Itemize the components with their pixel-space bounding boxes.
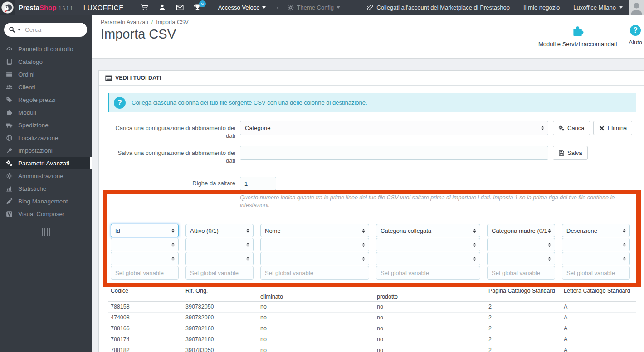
mapping-select-col5-row2[interactable] — [487, 238, 555, 251]
table-cell: 788158 — [111, 302, 185, 312]
table-row: 788166390782160nono2A — [108, 323, 636, 334]
save-config-row: Salva una configurazione di abbinamento … — [108, 146, 636, 164]
sidebar-item-parametri-avanzati[interactable]: Parametri Avanzati — [0, 157, 92, 169]
load-config-select[interactable]: Categorie — [240, 121, 548, 135]
sidebar-item-regole-prezzi[interactable]: Regole prezzi — [0, 93, 92, 106]
employee-dropdown[interactable]: Luxoffice Milano — [573, 4, 623, 11]
theme-config-dropdown[interactable]: Theme Config — [288, 4, 340, 11]
quick-access-dropdown[interactable]: Accesso Veloce — [218, 4, 266, 11]
mapping-select-col1-row1[interactable]: Id — [111, 224, 179, 237]
table-cell: A — [564, 345, 636, 352]
mapping-select-value: Nome — [265, 227, 281, 234]
select-stepper-icon — [246, 256, 250, 262]
breadcrumb-separator: / — [151, 19, 153, 25]
mapping-select-col4-row3[interactable] — [376, 252, 480, 265]
mapping-select-col1-row3[interactable] — [111, 252, 179, 265]
mapping-select-col5-row3[interactable] — [487, 252, 555, 265]
delete-button[interactable]: Elimina — [593, 121, 633, 135]
global-variable-input-col3[interactable] — [260, 266, 369, 280]
table-header-cell: Lettera Catalogo Standard — [564, 288, 636, 300]
x-icon — [599, 125, 605, 131]
brand-shop: Shop — [39, 4, 57, 11]
shop-name: LUXOFFICE — [83, 4, 124, 11]
sidebar-item-pannello-di-controllo[interactable]: Pannello di controllo — [0, 43, 92, 55]
sidebar-item-label: Moduli — [18, 109, 36, 116]
search-icon[interactable] — [9, 26, 15, 33]
mapping-select-value: Descrizione — [566, 227, 597, 234]
import-panel: VEDI I TUOI DATI ? Collega ciascuna colo… — [98, 70, 644, 352]
table-row: 788182390783050nono2A — [108, 345, 636, 352]
table-row: 788174390782180nono2A — [108, 334, 636, 345]
trophy-icon[interactable]: 9 — [194, 4, 201, 11]
sidebar-item-spedizione[interactable]: Spedizione — [0, 119, 92, 131]
global-variable-input-col2[interactable] — [185, 266, 254, 280]
marketplace-link[interactable]: Collegati all'account del Marketplace di… — [366, 4, 510, 11]
global-variable-input-col4[interactable] — [376, 266, 480, 280]
bar-chart-icon — [6, 185, 14, 192]
search-scope-caret-icon[interactable] — [18, 29, 20, 31]
cogs-icon — [558, 125, 565, 131]
recommended-modules-button[interactable]: Moduli e Servizi raccomandati — [538, 25, 617, 48]
sidebar-item-catalogo[interactable]: Catalogo — [0, 55, 92, 68]
help-button[interactable]: ? Aiuto — [629, 25, 642, 46]
mapping-select-col3-row3[interactable] — [260, 252, 369, 265]
mapping-select-col2-row1[interactable]: Attivo (0/1) — [185, 224, 254, 237]
select-stepper-icon — [171, 228, 175, 234]
table-header-cell: eliminato — [260, 288, 377, 300]
mapping-select-col5-row1[interactable]: Categoria madre (0/1 — [487, 224, 555, 237]
sidebar-collapse-handle[interactable] — [0, 228, 92, 236]
wrench-icon — [6, 147, 14, 154]
sidebar-item-label: Parametri Avanzati — [18, 160, 69, 167]
mapping-select-col6-row3[interactable] — [562, 252, 630, 265]
sidebar-item-clienti[interactable]: Clienti — [0, 81, 92, 93]
user-icon[interactable] — [158, 4, 166, 11]
table-cell: no — [377, 323, 488, 334]
globe-icon — [6, 135, 14, 141]
load-button[interactable]: Carica — [553, 121, 590, 135]
my-shop-link[interactable]: Il mio negozio — [523, 4, 560, 11]
table-cell: 390782050 — [185, 302, 260, 312]
mapping-select-col3-row1[interactable]: Nome — [260, 224, 369, 237]
skip-rows-input[interactable] — [240, 177, 276, 190]
avatar[interactable] — [629, 0, 644, 15]
sidebar-item-label: Catalogo — [18, 58, 43, 65]
mapping-select-col4-row1[interactable]: Categoria collegata — [376, 224, 480, 237]
sidebar-item-label: Spedizione — [18, 122, 49, 129]
sidebar-item-localizzazione[interactable]: Localizzazione — [0, 131, 92, 144]
global-variable-input-col5[interactable] — [487, 266, 555, 280]
mapping-select-col2-row2[interactable] — [185, 238, 254, 251]
floppy-disk-icon — [558, 150, 565, 156]
notification-badge[interactable]: 9 — [199, 0, 206, 7]
select-stepper-icon — [541, 125, 545, 131]
table-header-cell: prodotto — [377, 288, 488, 300]
select-stepper-icon — [547, 228, 551, 234]
mapping-select-col3-row2[interactable] — [260, 238, 369, 251]
tags-icon — [6, 96, 14, 103]
prestashop-logo-icon[interactable] — [0, 0, 15, 15]
sidebar-item-impostazioni[interactable]: Impostazioni — [0, 144, 92, 157]
sidebar-item-amministrazione[interactable]: Amministrazione — [0, 169, 92, 182]
cart-icon[interactable] — [141, 4, 148, 11]
sidebar-item-ordini[interactable]: Ordini — [0, 68, 92, 81]
table-cell: no — [260, 345, 377, 352]
mapping-select-col1-row2[interactable] — [111, 238, 179, 251]
global-variable-input-col1[interactable] — [111, 266, 179, 280]
select-stepper-icon — [622, 242, 626, 248]
mapping-select-col6-row2[interactable] — [562, 238, 630, 251]
sidebar-item-visual-composer[interactable]: Visual Composer — [0, 207, 92, 220]
sidebar-item-statistiche[interactable]: Statistiche — [0, 182, 92, 195]
save-config-input[interactable] — [240, 146, 548, 160]
mapping-select-col4-row2[interactable] — [376, 238, 480, 251]
sidebar-item-moduli[interactable]: Moduli — [0, 106, 92, 119]
mapping-select-col2-row3[interactable] — [185, 252, 254, 265]
sidebar-item-blog-management[interactable]: Blog Management — [0, 195, 92, 207]
breadcrumb-parent[interactable]: Parametri Avanzati — [101, 19, 148, 25]
table-cell: no — [377, 334, 488, 345]
panel-title: VEDI I TUOI DATI — [115, 75, 161, 81]
save-button[interactable]: Salva — [553, 146, 588, 160]
global-variable-input-col6[interactable] — [562, 266, 630, 280]
mapping-select-col6-row1[interactable]: Descrizione — [562, 224, 630, 237]
envelope-icon[interactable] — [176, 4, 184, 11]
select-stepper-icon — [622, 256, 626, 262]
search-input[interactable] — [25, 26, 79, 33]
